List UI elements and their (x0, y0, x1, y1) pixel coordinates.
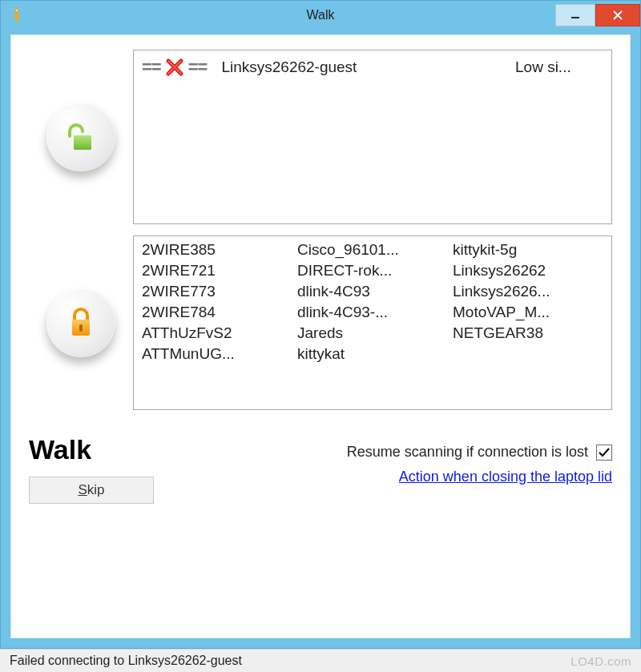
list-item[interactable]: NETGEAR38 (453, 324, 603, 342)
list-item[interactable]: 2WIRE773 (142, 283, 292, 300)
titlebar[interactable]: Walk (1, 1, 640, 30)
bottom-controls: Walk Skip Resume scanning if connection … (29, 434, 612, 504)
resume-scanning-label: Resume scanning if connection is lost (347, 444, 588, 461)
list-item[interactable]: kittykit-5g (453, 241, 603, 259)
window-title: Walk (1, 8, 640, 22)
resume-scanning-checkbox[interactable] (596, 445, 612, 461)
minimize-button[interactable] (555, 4, 595, 26)
list-item[interactable]: Jareds (297, 324, 448, 342)
close-button[interactable] (595, 4, 640, 26)
locked-networks-list[interactable]: 2WIRE385 Cisco_96101... kittykit-5g 2WIR… (133, 235, 612, 410)
list-item[interactable]: dlink-4C93-... (297, 304, 448, 321)
list-item[interactable]: 2WIRE784 (142, 304, 292, 321)
list-item[interactable]: dlink-4C93 (297, 283, 448, 300)
skip-button[interactable]: Skip (29, 477, 154, 504)
list-item[interactable]: 2WIRE721 (142, 262, 292, 280)
mode-title: Walk (29, 434, 221, 465)
status-text: Failed connecting to Linksys26262-guest (10, 654, 242, 668)
list-item[interactable]: ATTMunUG... (142, 345, 292, 363)
client-area: == == Linksys26262-guest Low si... (10, 34, 631, 638)
failed-x-icon (164, 57, 185, 78)
list-item[interactable]: MotoVAP_M... (453, 304, 603, 321)
list-item[interactable]: Cisco_96101... (297, 241, 448, 259)
open-networks-row: == == Linksys26262-guest Low si... (29, 50, 612, 224)
svg-rect-1 (571, 17, 579, 18)
list-item[interactable]: Linksys2626... (453, 283, 603, 300)
lid-action-link[interactable]: Action when closing the laptop lid (347, 469, 612, 485)
list-item[interactable]: kittykat (297, 345, 448, 363)
locked-networks-row: 2WIRE385 Cisco_96101... kittykit-5g 2WIR… (29, 235, 612, 410)
locked-icon (46, 288, 115, 357)
signal-bars-left-icon: == (142, 57, 161, 78)
signal-bars-right-icon: == (188, 57, 208, 78)
watermark: LO4D.com (570, 654, 631, 668)
list-item[interactable]: Linksys26262 (453, 262, 603, 280)
status-bar: Failed connecting to Linksys26262-guest … (0, 649, 641, 672)
list-item[interactable] (453, 345, 603, 363)
list-item[interactable]: DIRECT-rok... (297, 262, 448, 280)
list-item[interactable]: 2WIRE385 (142, 241, 292, 259)
open-network-item[interactable]: == == Linksys26262-guest Low si... (142, 55, 603, 79)
svg-point-0 (15, 9, 18, 12)
window-buttons (555, 5, 640, 26)
app-window: Walk (0, 0, 641, 649)
svg-rect-5 (79, 324, 83, 332)
svg-rect-3 (74, 135, 91, 150)
list-item[interactable]: ATThUzFvS2 (142, 324, 292, 342)
open-network-ssid: Linksys26262-guest (221, 58, 512, 76)
app-icon (6, 4, 28, 26)
open-network-signal: Low si... (515, 58, 603, 76)
unlocked-icon (46, 103, 115, 171)
open-networks-list[interactable]: == == Linksys26262-guest Low si... (133, 50, 612, 224)
